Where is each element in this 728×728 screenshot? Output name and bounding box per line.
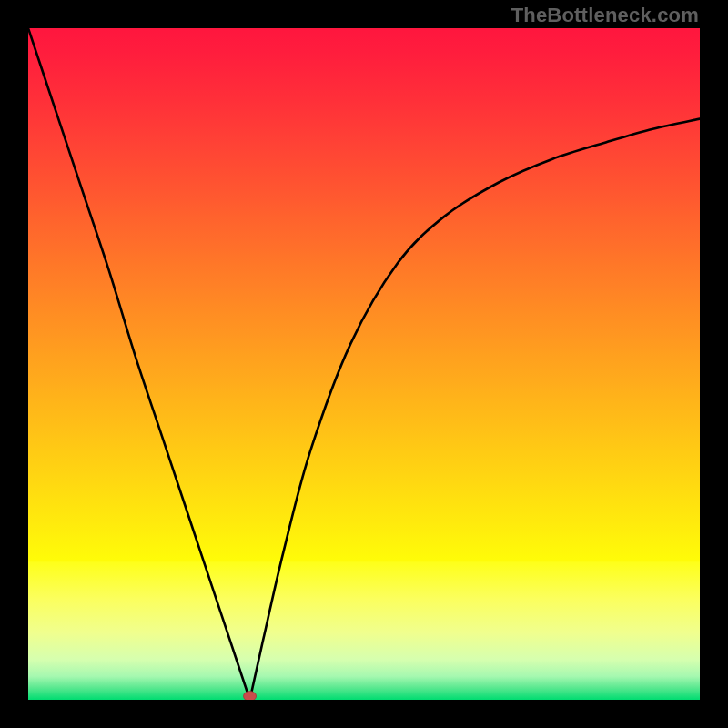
chart-frame [28,28,700,700]
optimum-marker [244,692,257,701]
bottleneck-chart [28,28,700,700]
chart-background [28,28,700,700]
watermark-text: TheBottleneck.com [511,4,699,27]
